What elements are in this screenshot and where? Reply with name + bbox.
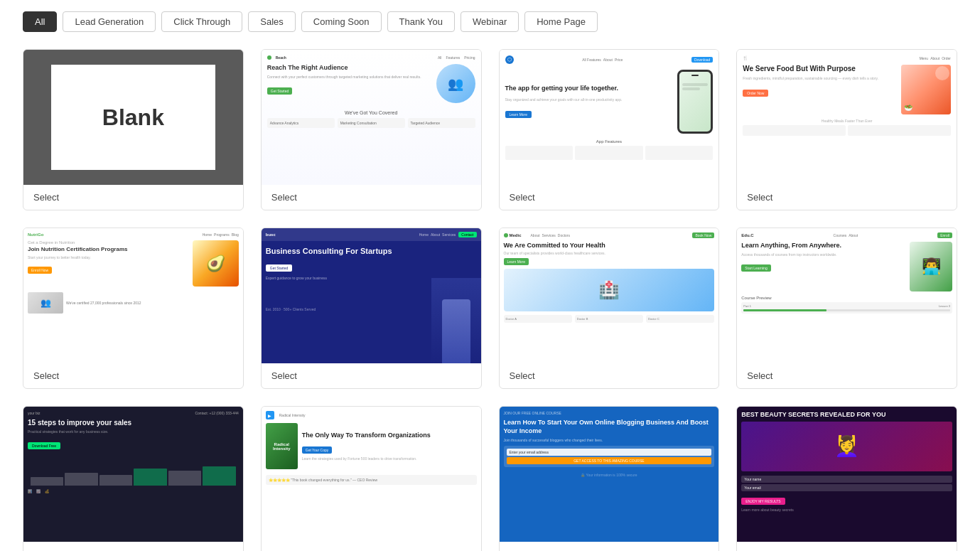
template-footer-education: Select [737, 363, 957, 388]
select-label-nutrition: Select [33, 370, 59, 381]
template-card-education[interactable]: Edu.C Courses About Enroll Learn Anythin… [736, 228, 957, 389]
template-footer-health: Select [500, 363, 719, 388]
template-card-business[interactable]: busc Home About Services Contact Busines… [261, 228, 482, 389]
mock-blogging: JOIN OUR FREE ONLINE COURSE Learn How To… [500, 407, 719, 542]
filter-lead-generation[interactable]: Lead Generation [63, 11, 156, 32]
template-preview-app: ⬡ All Features About Price Download The … [500, 50, 719, 185]
template-card-beauty[interactable]: BEST BEAUTY SECRETS REVEALED FOR YOU 💆‍♀… [736, 406, 957, 551]
filter-webinar[interactable]: Webinar [461, 11, 519, 32]
template-preview-reach: Reach All Features Pricing Reach The Rig… [262, 50, 481, 185]
template-footer-reach: Select [262, 185, 481, 210]
mock-app: ⬡ All Features About Price Download The … [500, 50, 719, 185]
filter-sales[interactable]: Sales [248, 11, 296, 32]
select-label-app: Select [510, 192, 535, 203]
template-preview-blogging: JOIN OUR FREE ONLINE COURSE Learn How To… [500, 407, 719, 542]
template-card-transform[interactable]: Radical Intensity Radical Intensity The … [261, 406, 482, 551]
filter-thank-you[interactable]: Thank You [387, 11, 455, 32]
select-label-business: Select [271, 370, 297, 381]
template-footer-nutrition: Select [23, 363, 243, 388]
template-card-blogging[interactable]: JOIN OUR FREE ONLINE COURSE Learn How To… [499, 406, 720, 551]
select-label-food: Select [747, 192, 772, 203]
template-preview-nutrition: NutriGo Home Programs Blog Get a Degree … [23, 228, 243, 363]
template-preview-health: Medic About Services Doctors Book Now We… [500, 228, 719, 363]
template-card-blank[interactable]: Blank Select [23, 49, 244, 210]
template-footer-app: Select [500, 185, 719, 210]
blank-label: Blank [102, 105, 164, 131]
template-card-food[interactable]: 🍴 Menu About Order We Serve Food But Wit… [736, 49, 957, 210]
template-preview-sales: your biz Contact: +12 (000) 333-444 15 s… [23, 407, 243, 542]
template-preview-food: 🍴 Menu About Order We Serve Food But Wit… [737, 50, 957, 185]
template-footer-food: Select [737, 185, 957, 210]
template-footer-business: Select [262, 363, 481, 388]
template-footer-sales: Select [23, 542, 243, 551]
template-card-reach[interactable]: Reach All Features Pricing Reach The Rig… [261, 49, 482, 210]
mock-food: 🍴 Menu About Order We Serve Food But Wit… [737, 50, 957, 185]
template-footer-blank: Select [23, 185, 243, 210]
template-card-app[interactable]: ⬡ All Features About Price Download The … [499, 49, 720, 210]
mock-health: Medic About Services Doctors Book Now We… [500, 228, 719, 363]
mock-nutrition: NutriGo Home Programs Blog Get a Degree … [23, 228, 243, 363]
select-label-health: Select [510, 370, 535, 381]
template-preview-transform: Radical Intensity Radical Intensity The … [262, 407, 481, 542]
mock-transform: Radical Intensity Radical Intensity The … [262, 407, 481, 542]
filter-click-through[interactable]: Click Through [161, 11, 242, 32]
template-preview-business: busc Home About Services Contact Busines… [262, 228, 481, 363]
filter-bar: All Lead Generation Click Through Sales … [0, 0, 980, 43]
template-preview-blank: Blank [23, 50, 243, 185]
mock-business: busc Home About Services Contact Busines… [262, 228, 481, 363]
template-card-health[interactable]: Medic About Services Doctors Book Now We… [499, 228, 720, 389]
select-label-education: Select [747, 370, 772, 381]
templates-grid: Blank Select Reach All Features Pricing [0, 43, 980, 551]
template-footer-blogging: Select [500, 542, 719, 551]
template-preview-beauty: BEST BEAUTY SECRETS REVEALED FOR YOU 💆‍♀… [737, 407, 957, 542]
select-label-blank: Select [33, 192, 59, 203]
template-card-sales[interactable]: your biz Contact: +12 (000) 333-444 15 s… [23, 406, 244, 551]
template-footer-beauty: Select [737, 542, 957, 551]
mock-beauty: BEST BEAUTY SECRETS REVEALED FOR YOU 💆‍♀… [737, 407, 957, 542]
select-label-reach: Select [271, 192, 297, 203]
mock-education: Edu.C Courses About Enroll Learn Anythin… [737, 228, 957, 363]
mock-sales: your biz Contact: +12 (000) 333-444 15 s… [23, 407, 243, 542]
filter-home-page[interactable]: Home Page [524, 11, 598, 32]
filter-all[interactable]: All [23, 11, 57, 32]
template-footer-transform: Select [262, 542, 481, 551]
template-preview-education: Edu.C Courses About Enroll Learn Anythin… [737, 228, 957, 363]
filter-coming-soon[interactable]: Coming Soon [301, 11, 382, 32]
template-card-nutrition[interactable]: NutriGo Home Programs Blog Get a Degree … [23, 228, 244, 389]
mock-reach: Reach All Features Pricing Reach The Rig… [262, 50, 481, 185]
